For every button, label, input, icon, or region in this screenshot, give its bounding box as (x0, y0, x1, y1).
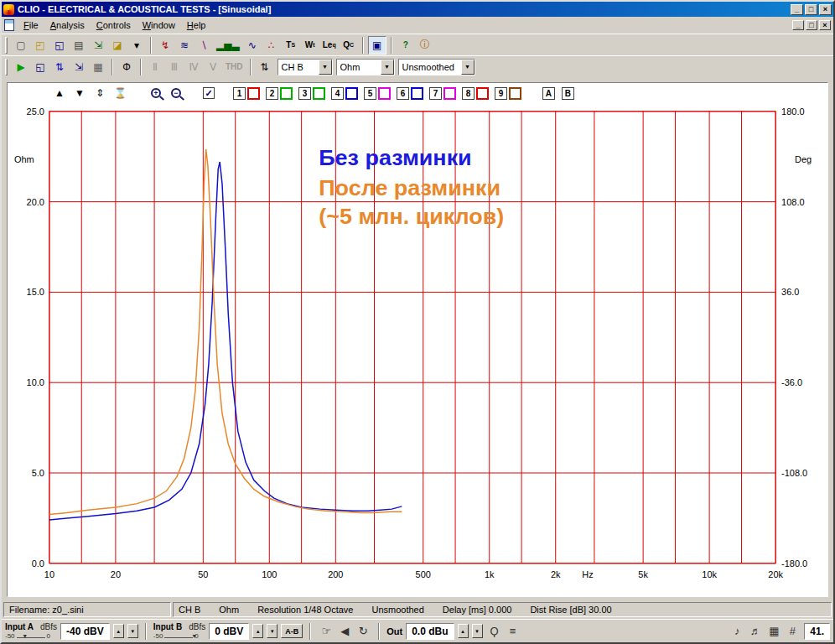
help-icon[interactable]: ? (397, 36, 415, 55)
harmonic-2nd-button[interactable]: Ⅱ (146, 58, 164, 76)
wt-analysis-icon[interactable]: Wt (301, 36, 319, 55)
curve-1-button[interactable]: 1 (233, 87, 246, 100)
input-a-slider-track[interactable]: ▼ (17, 634, 45, 638)
mic-icon[interactable]: Ϙ (486, 623, 503, 640)
matrix-icon[interactable]: ▦ (765, 623, 782, 640)
rta-bars-icon[interactable]: ▂▅▃ (214, 36, 242, 55)
thd-button[interactable]: THD (223, 58, 246, 76)
ab-link-button[interactable]: A-B (281, 624, 303, 638)
curve-2-button[interactable]: 2 (266, 87, 278, 100)
expand-scale-icon[interactable]: ⇕ (91, 85, 108, 101)
leq-analysis-icon[interactable]: Leq (320, 36, 339, 55)
unit-select[interactable]: Ohm ▼ (336, 59, 395, 75)
curve-6-color-box[interactable] (411, 87, 423, 100)
compress-scale-icon[interactable]: ⌛ (112, 85, 129, 101)
input-a-increase-button[interactable]: ▴ (113, 624, 124, 638)
scatter-icon[interactable]: ∴ (262, 36, 281, 55)
save-measurement-icon[interactable]: ◱ (31, 58, 49, 76)
smoothing-select-dropdown-icon[interactable]: ▼ (461, 60, 475, 75)
speaker-icon[interactable]: ◀ (336, 623, 353, 640)
channel-select-dropdown-icon[interactable]: ▼ (319, 60, 332, 75)
input-b-increase-button[interactable]: ▴ (252, 624, 263, 638)
child-minimize-button[interactable]: _ (792, 20, 804, 30)
output-decrease-button[interactable]: ▾ (472, 624, 483, 638)
zoom-out-icon[interactable]: − (168, 85, 184, 101)
curve-4-button[interactable]: 4 (331, 87, 344, 100)
curve-1-color-box[interactable] (247, 87, 260, 100)
menu-analysis[interactable]: Analysis (44, 18, 91, 32)
settings-table-icon[interactable]: ▦ (89, 58, 107, 76)
curve-7-color-box[interactable] (443, 87, 456, 100)
export-icon[interactable]: ⇲ (89, 36, 107, 55)
input-b-decrease-button[interactable]: ▾ (267, 624, 277, 638)
mls-analysis-icon[interactable]: ↯ (156, 36, 174, 55)
curve-4-color-box[interactable] (345, 87, 358, 100)
close-button[interactable]: × (819, 4, 832, 15)
fit-scale-icon[interactable]: ⇲ (70, 58, 88, 76)
shift-up-icon[interactable]: ▲ (51, 85, 68, 101)
curve-3-button[interactable]: 3 (298, 87, 311, 100)
overlay-a-button[interactable]: A (542, 87, 555, 100)
menu-help[interactable]: Help (181, 18, 212, 32)
input-b-slider-handle[interactable]: ▼ (191, 631, 197, 641)
eraser-icon[interactable]: ◪ (108, 36, 127, 55)
new-document-icon[interactable]: ▢ (12, 36, 30, 55)
scope-window-icon[interactable]: ▣ (368, 36, 386, 55)
harmonic-3rd-button[interactable]: Ⅲ (165, 58, 184, 76)
curve-3-color-box[interactable] (313, 87, 325, 100)
levels-icon[interactable]: ≡ (505, 623, 521, 640)
child-restore-button[interactable]: □ (806, 20, 817, 30)
phase-button[interactable]: Φ (117, 58, 136, 76)
curve-5-color-box[interactable] (378, 87, 391, 100)
about-icon[interactable]: ⓘ (416, 36, 434, 55)
curve-9-button[interactable]: 9 (495, 87, 507, 100)
print-icon[interactable]: ▤ (70, 36, 88, 55)
harmonic-4th-button[interactable]: Ⅳ (184, 58, 203, 76)
curve-7-button[interactable]: 7 (429, 87, 442, 100)
open-file-icon[interactable]: ◰ (31, 36, 49, 55)
harmonic-5th-button[interactable]: Ⅴ (204, 58, 222, 76)
eraser-dropdown-icon[interactable]: ▾ (127, 36, 146, 55)
loop-icon[interactable]: ↻ (355, 623, 371, 640)
smoothing-select[interactable]: Unsmoothed ▼ (398, 59, 475, 75)
meter-b-icon[interactable]: ♬ (747, 623, 764, 640)
curve-8-color-box[interactable] (476, 87, 489, 100)
start-measurement-button[interactable]: ▶ (12, 58, 30, 76)
child-close-button[interactable]: × (819, 20, 831, 30)
scale-spinner[interactable]: ⇅ (256, 58, 274, 76)
channel-select[interactable]: CH B ▼ (277, 59, 333, 75)
curve-9-color-box[interactable] (509, 87, 521, 100)
minimize-button[interactable]: _ (791, 4, 803, 15)
overlay-b-button[interactable]: B (562, 87, 574, 100)
menu-file[interactable]: File (18, 18, 44, 32)
decay-icon[interactable]: ∖ (194, 36, 213, 55)
meter-a-icon[interactable]: ♪ (729, 623, 745, 640)
curve-6-button[interactable]: 6 (397, 87, 409, 100)
toolbar-grip[interactable] (5, 37, 8, 54)
impedance-chart[interactable]: 25.020.015.010.05.00.0180.0108.036.0-36.… (8, 103, 827, 596)
document-window-icon[interactable] (4, 19, 14, 31)
shift-down-icon[interactable]: ▼ (71, 85, 88, 101)
waterfall-icon[interactable]: ≋ (175, 36, 194, 55)
save-file-icon[interactable]: ◱ (50, 36, 69, 55)
qc-icon[interactable]: QC (340, 36, 358, 55)
toolbar-grip[interactable] (5, 59, 8, 75)
curve-8-button[interactable]: 8 (462, 87, 475, 100)
input-a-slider-handle[interactable]: ▼ (22, 631, 28, 641)
zoom-in-icon[interactable]: + (148, 85, 164, 101)
input-b-slider-track[interactable]: ▼ (164, 634, 193, 638)
monitor-hand-icon[interactable]: ☞ (318, 623, 335, 640)
menu-window[interactable]: Window (137, 18, 181, 32)
curve-2-color-box[interactable] (280, 87, 293, 100)
ts-parameters-icon[interactable]: TS (282, 36, 300, 55)
maximize-button[interactable]: □ (805, 4, 817, 15)
unit-select-dropdown-icon[interactable]: ▼ (381, 60, 394, 75)
curve-5-button[interactable]: 5 (364, 87, 376, 100)
markers-checkbox[interactable]: ✓ (203, 87, 215, 99)
menu-controls[interactable]: Controls (91, 18, 137, 32)
sinusoidal-icon[interactable]: ∿ (243, 36, 262, 55)
keypad-icon[interactable]: # (784, 623, 801, 640)
input-a-decrease-button[interactable]: ▾ (127, 624, 138, 638)
autoscale-icon[interactable]: ⇅ (50, 58, 69, 76)
output-increase-button[interactable]: ▴ (458, 624, 469, 638)
